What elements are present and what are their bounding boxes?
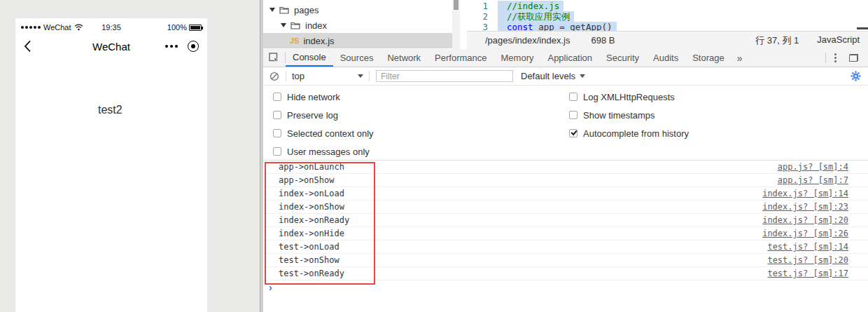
code-editor[interactable]: 1//index.js 2//获取应用实例 3const app = getAp… bbox=[467, 0, 868, 49]
tree-item-label: index.js bbox=[303, 36, 334, 46]
miniprogram-page-text: test2 bbox=[98, 104, 122, 116]
log-source-link[interactable]: index.js? [sm]:14 bbox=[762, 189, 848, 198]
checkbox[interactable] bbox=[273, 93, 281, 101]
dock-side-icon[interactable] bbox=[849, 54, 858, 62]
prompt-chevron-icon: › bbox=[269, 282, 272, 293]
console-toolbar: top Default levels bbox=[263, 67, 868, 86]
log-source-link[interactable]: test.js? [sm]:20 bbox=[767, 255, 848, 265]
chevron-down-icon bbox=[358, 74, 363, 78]
console-prompt[interactable]: › bbox=[263, 280, 868, 294]
log-message: index->onShow bbox=[279, 202, 344, 212]
code-area[interactable]: 1//index.js 2//获取应用实例 3const app = getAp… bbox=[467, 0, 868, 31]
log-message: test->onShow bbox=[279, 255, 340, 265]
settings-checkbox-row[interactable]: Hide network bbox=[273, 88, 569, 106]
tree-scrollbar[interactable] bbox=[452, 0, 460, 49]
settings-checkbox-row[interactable]: Preserve log bbox=[273, 106, 569, 124]
more-menu-icon[interactable] bbox=[165, 45, 178, 48]
checkbox-label: Autocomplete from history bbox=[583, 128, 689, 139]
chevron-down-icon[interactable] bbox=[281, 23, 286, 27]
tree-item-index[interactable]: index bbox=[263, 18, 459, 33]
exit-miniprogram-icon[interactable] bbox=[188, 41, 199, 52]
folder-icon bbox=[279, 6, 290, 14]
log-message: index->onLoad bbox=[279, 189, 344, 198]
editor-scrollbar-thumb[interactable] bbox=[857, 27, 868, 29]
inspect-element-icon[interactable] bbox=[263, 49, 285, 67]
settings-checkbox-row[interactable]: Selected context only bbox=[273, 124, 569, 142]
checkbox[interactable] bbox=[569, 93, 578, 101]
devtools-tab[interactable]: Security bbox=[599, 49, 646, 67]
javascript-file-icon: JS bbox=[290, 36, 299, 45]
folder-icon bbox=[290, 21, 301, 29]
log-source-link[interactable]: test.js? [sm]:14 bbox=[767, 242, 848, 252]
checkbox[interactable] bbox=[273, 147, 281, 156]
tree-item-label: index bbox=[305, 20, 327, 31]
console-log-row: test->onReady test.js? [sm]:17 bbox=[263, 267, 868, 280]
settings-checkbox-row[interactable]: Autocomplete from history bbox=[569, 124, 865, 142]
log-source-link[interactable]: test.js? [sm]:17 bbox=[767, 269, 848, 278]
settings-checkbox-row[interactable]: User messages only bbox=[273, 142, 569, 161]
tree-item-pages[interactable]: pages bbox=[263, 2, 459, 18]
log-source-link[interactable]: index.js? [sm]:26 bbox=[762, 229, 848, 238]
console-log-row: app->onShow app.js? [sm]:7 bbox=[263, 174, 868, 187]
checkbox-label: Show timestamps bbox=[583, 110, 655, 121]
console-log-output: app->onLaunch app.js? [sm]:4 app->onShow… bbox=[263, 161, 868, 294]
checkbox[interactable] bbox=[569, 129, 578, 137]
checkbox[interactable] bbox=[273, 129, 281, 137]
log-levels-dropdown[interactable]: Default levels bbox=[521, 71, 585, 81]
log-levels-label: Default levels bbox=[521, 71, 575, 81]
devtools-tab[interactable]: Storage bbox=[685, 49, 732, 67]
checkbox[interactable] bbox=[569, 111, 578, 119]
context-selector-value: top bbox=[292, 71, 304, 81]
log-message: index->onReady bbox=[279, 215, 349, 225]
phone-simulator: WeChat 19:35 100% WeChat test2 bbox=[15, 18, 207, 312]
line-number: 1 bbox=[467, 1, 498, 11]
console-settings-panel: Hide network Preserve log Selected conte… bbox=[263, 86, 868, 161]
devtools-tab[interactable]: Audits bbox=[646, 49, 685, 67]
phone-status-bar: WeChat 19:35 100% bbox=[15, 18, 207, 35]
kebab-menu-icon[interactable] bbox=[829, 53, 842, 62]
devtools-tab[interactable]: Sources bbox=[333, 49, 381, 67]
filter-input[interactable] bbox=[376, 70, 513, 82]
chevron-down-icon[interactable] bbox=[270, 8, 275, 12]
line-number: 3 bbox=[467, 22, 498, 31]
log-source-link[interactable]: index.js? [sm]:20 bbox=[762, 215, 848, 225]
log-message: test->onLoad bbox=[279, 242, 340, 252]
devtools-tab[interactable]: Network bbox=[380, 49, 428, 67]
more-tabs-chevron[interactable]: » bbox=[732, 49, 748, 67]
devtools-tab[interactable]: Memory bbox=[494, 49, 541, 67]
console-log-row: index->onShow index.js? [sm]:23 bbox=[263, 201, 868, 214]
console-log-row: app->onLaunch app.js? [sm]:4 bbox=[263, 161, 868, 174]
console-log-row: index->onLoad index.js? [sm]:14 bbox=[263, 187, 868, 201]
clear-console-icon[interactable] bbox=[263, 72, 286, 81]
console-log-row: index->onHide index.js? [sm]:26 bbox=[263, 227, 868, 240]
settings-checkbox-row[interactable]: Show timestamps bbox=[569, 106, 865, 124]
devtools-tab[interactable]: Application bbox=[540, 49, 599, 67]
checkbox-label: Selected context only bbox=[287, 128, 374, 139]
log-message: app->onLaunch bbox=[279, 162, 344, 172]
console-settings-icon[interactable] bbox=[850, 71, 868, 81]
devtools-panel: pages index JS index.js 1//index.js 2//获… bbox=[263, 0, 868, 312]
log-message: test->onReady bbox=[279, 269, 344, 278]
log-message: index->onHide bbox=[279, 229, 344, 238]
scrollbar-thumb[interactable] bbox=[454, 0, 458, 10]
checkbox[interactable] bbox=[273, 111, 281, 119]
devtools-tab[interactable]: Performance bbox=[428, 49, 493, 67]
code-line: 2//获取应用实例 bbox=[467, 11, 868, 22]
devtools-tab[interactable]: Console bbox=[286, 49, 333, 67]
battery-percent-label: 100% bbox=[167, 23, 187, 32]
log-source-link[interactable]: index.js? [sm]:23 bbox=[762, 202, 848, 212]
code-line: 3const app = getApp() bbox=[467, 22, 868, 31]
console-log-row: test->onShow test.js? [sm]:20 bbox=[263, 254, 868, 267]
context-selector[interactable]: top bbox=[286, 71, 369, 81]
chevron-down-icon bbox=[580, 74, 585, 78]
log-source-link[interactable]: app.js? [sm]:4 bbox=[778, 162, 848, 172]
devtools-tabbar: Console Sources Network Performance Memo… bbox=[263, 49, 868, 67]
phone-nav-bar: WeChat bbox=[15, 35, 207, 57]
line-number: 2 bbox=[467, 11, 498, 22]
settings-checkbox-row[interactable]: Log XMLHttpRequests bbox=[569, 88, 865, 106]
checkbox-label: Preserve log bbox=[287, 110, 338, 121]
log-source-link[interactable]: app.js? [sm]:7 bbox=[778, 175, 848, 185]
log-message: app->onShow bbox=[279, 175, 334, 185]
tree-item-index-js[interactable]: JS index.js bbox=[263, 33, 459, 48]
battery-icon bbox=[189, 25, 202, 31]
